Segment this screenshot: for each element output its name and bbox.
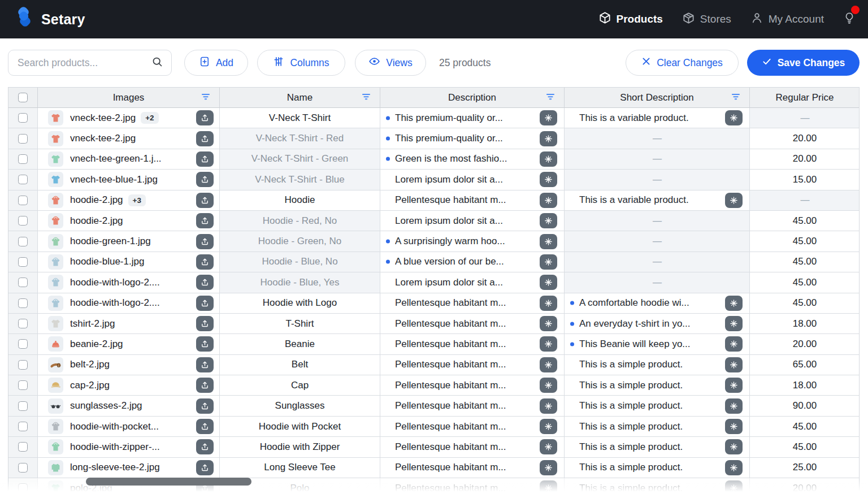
row-select-cell[interactable] bbox=[8, 478, 38, 494]
regular-price-cell[interactable]: 18.00 bbox=[750, 314, 860, 334]
ai-generate-button[interactable] bbox=[540, 357, 557, 372]
upload-image-button[interactable] bbox=[196, 110, 214, 125]
ai-generate-button[interactable] bbox=[540, 296, 557, 311]
ai-generate-button[interactable] bbox=[540, 419, 557, 434]
header-regular-price[interactable]: Regular Price bbox=[750, 88, 860, 108]
row-checkbox[interactable] bbox=[18, 442, 28, 452]
row-select-cell[interactable] bbox=[8, 355, 38, 375]
row-select-cell[interactable] bbox=[8, 149, 38, 170]
images-cell[interactable]: hoodie-blue-1.jpg bbox=[38, 252, 220, 272]
short-description-cell[interactable]: — bbox=[565, 272, 750, 293]
short-description-cell[interactable]: This is a simple product. bbox=[565, 437, 750, 457]
name-cell[interactable]: Belt bbox=[220, 355, 380, 375]
upload-image-button[interactable] bbox=[196, 213, 214, 228]
description-cell[interactable]: Green is the most fashio... bbox=[380, 149, 565, 170]
description-cell[interactable]: Pellentesque habitant m... bbox=[380, 375, 565, 396]
regular-price-cell[interactable]: 45.00 bbox=[750, 272, 860, 293]
images-cell[interactable]: vnech-tee-blue-1.jpg bbox=[38, 170, 220, 190]
row-select-cell[interactable] bbox=[8, 458, 38, 478]
regular-price-cell[interactable]: 45.00 bbox=[750, 252, 860, 272]
filter-icon[interactable] bbox=[362, 92, 371, 103]
row-select-cell[interactable] bbox=[8, 211, 38, 231]
name-cell[interactable]: Hoodie - Blue, Yes bbox=[220, 272, 380, 293]
name-cell[interactable]: Sunglasses bbox=[220, 396, 380, 416]
images-cell[interactable]: hoodie-with-logo-2.... bbox=[38, 272, 220, 293]
select-all-cell[interactable] bbox=[8, 88, 38, 108]
columns-button[interactable]: Columns bbox=[257, 50, 345, 76]
upload-image-button[interactable] bbox=[196, 316, 214, 331]
save-changes-button[interactable]: Save Changes bbox=[747, 50, 860, 76]
short-description-cell[interactable]: — bbox=[565, 128, 750, 149]
ai-generate-button[interactable] bbox=[540, 131, 557, 146]
images-cell[interactable]: long-sleeve-tee-2.jpg bbox=[38, 458, 220, 478]
description-cell[interactable]: Pellentesque habitant m... bbox=[380, 334, 565, 354]
horizontal-scrollbar-thumb[interactable] bbox=[86, 478, 251, 486]
short-description-cell[interactable]: A comfortable hoodie wi... bbox=[565, 293, 750, 314]
ai-generate-button[interactable] bbox=[725, 193, 743, 208]
description-cell[interactable]: Pellentesque habitant m... bbox=[380, 478, 565, 494]
short-description-cell[interactable]: This is a variable product. bbox=[565, 108, 750, 128]
row-checkbox[interactable] bbox=[18, 422, 28, 431]
ai-generate-button[interactable] bbox=[540, 151, 557, 167]
short-description-cell[interactable]: This is a simple product. bbox=[565, 396, 750, 416]
images-cell[interactable]: cap-2.jpg bbox=[38, 375, 220, 396]
ai-generate-button[interactable] bbox=[725, 460, 743, 475]
name-cell[interactable]: Hoodie with Zipper bbox=[220, 437, 380, 457]
ai-generate-button[interactable] bbox=[540, 213, 557, 228]
clear-changes-button[interactable]: Clear Changes bbox=[626, 50, 739, 76]
ai-generate-button[interactable] bbox=[540, 234, 557, 249]
row-checkbox[interactable] bbox=[18, 154, 28, 164]
filter-icon[interactable] bbox=[201, 92, 210, 103]
header-short-description[interactable]: Short Description bbox=[565, 88, 750, 108]
ai-generate-button[interactable] bbox=[540, 378, 557, 393]
ai-generate-button[interactable] bbox=[725, 336, 743, 352]
row-checkbox[interactable] bbox=[18, 237, 28, 246]
description-cell[interactable]: A blue version of our be... bbox=[380, 252, 565, 272]
search-icon[interactable] bbox=[151, 56, 163, 70]
name-cell[interactable]: Hoodie with Pocket bbox=[220, 417, 380, 437]
row-checkbox[interactable] bbox=[18, 278, 28, 287]
row-select-cell[interactable] bbox=[8, 417, 38, 437]
images-cell[interactable]: vneck-tee-2.jpg +2 bbox=[38, 108, 220, 128]
description-cell[interactable]: This premium-quality or... bbox=[380, 128, 565, 149]
regular-price-cell[interactable]: 45.00 bbox=[750, 437, 860, 457]
filter-icon[interactable] bbox=[546, 92, 555, 103]
ai-generate-button[interactable] bbox=[540, 193, 557, 208]
description-cell[interactable]: Lorem ipsum dolor sit a... bbox=[380, 272, 565, 293]
short-description-cell[interactable]: This is a simple product. bbox=[565, 355, 750, 375]
ai-generate-button[interactable] bbox=[725, 357, 743, 372]
description-cell[interactable]: A surprisingly warm hoo... bbox=[380, 231, 565, 252]
row-checkbox[interactable] bbox=[18, 216, 28, 226]
name-cell[interactable]: T-Shirt bbox=[220, 314, 380, 334]
short-description-cell[interactable]: An everyday t-shirt in yo... bbox=[565, 314, 750, 334]
description-cell[interactable]: Pellentesque habitant m... bbox=[380, 314, 565, 334]
row-select-cell[interactable] bbox=[8, 170, 38, 190]
images-cell[interactable]: sunglasses-2.jpg bbox=[38, 396, 220, 416]
row-checkbox[interactable] bbox=[18, 463, 28, 473]
row-checkbox[interactable] bbox=[18, 113, 28, 123]
ai-generate-button[interactable] bbox=[725, 316, 743, 331]
nav-item-my-account[interactable]: My Account bbox=[750, 11, 824, 27]
ai-generate-button[interactable] bbox=[725, 398, 743, 414]
description-cell[interactable]: Pellentesque habitant m... bbox=[380, 396, 565, 416]
ai-generate-button[interactable] bbox=[540, 336, 557, 352]
name-cell[interactable]: V-Neck T-Shirt - Green bbox=[220, 149, 380, 170]
row-checkbox[interactable] bbox=[18, 257, 28, 267]
images-cell[interactable]: belt-2.jpg bbox=[38, 355, 220, 375]
row-checkbox[interactable] bbox=[18, 298, 28, 308]
ai-generate-button[interactable] bbox=[725, 419, 743, 434]
images-cell[interactable]: tshirt-2.jpg bbox=[38, 314, 220, 334]
regular-price-cell[interactable]: 25.00 bbox=[750, 458, 860, 478]
ai-generate-button[interactable] bbox=[725, 439, 743, 454]
views-button[interactable]: Views bbox=[355, 50, 426, 76]
row-select-cell[interactable] bbox=[8, 128, 38, 149]
row-select-cell[interactable] bbox=[8, 252, 38, 272]
short-description-cell[interactable]: This Beanie will keep yo... bbox=[565, 334, 750, 354]
upload-image-button[interactable] bbox=[196, 234, 214, 249]
row-select-cell[interactable] bbox=[8, 293, 38, 314]
regular-price-cell[interactable]: 45.00 bbox=[750, 417, 860, 437]
ai-generate-button[interactable] bbox=[540, 110, 557, 125]
name-cell[interactable]: Beanie bbox=[220, 334, 380, 354]
row-select-cell[interactable] bbox=[8, 375, 38, 396]
row-select-cell[interactable] bbox=[8, 231, 38, 252]
